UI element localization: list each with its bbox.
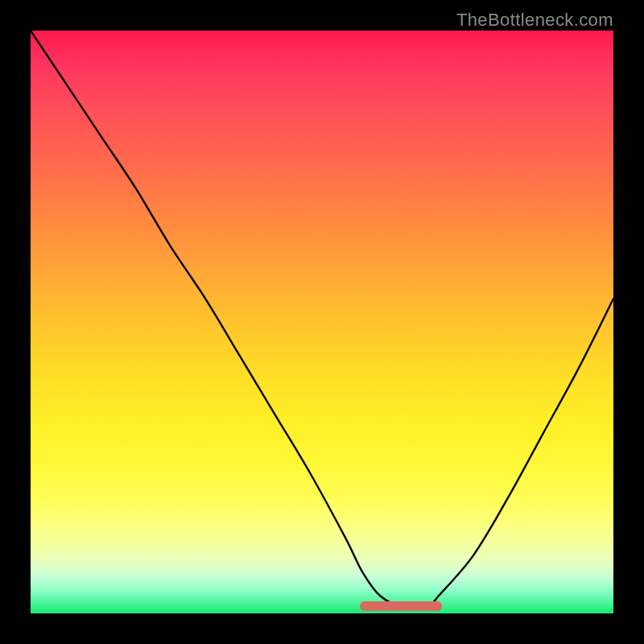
watermark-text: TheBottleneck.com xyxy=(456,10,613,31)
flat-region-marker xyxy=(360,601,442,611)
chart-container: TheBottleneck.com xyxy=(0,0,644,644)
plot-area xyxy=(31,31,613,613)
bottleneck-curve xyxy=(31,31,613,609)
curve-svg xyxy=(31,31,613,613)
